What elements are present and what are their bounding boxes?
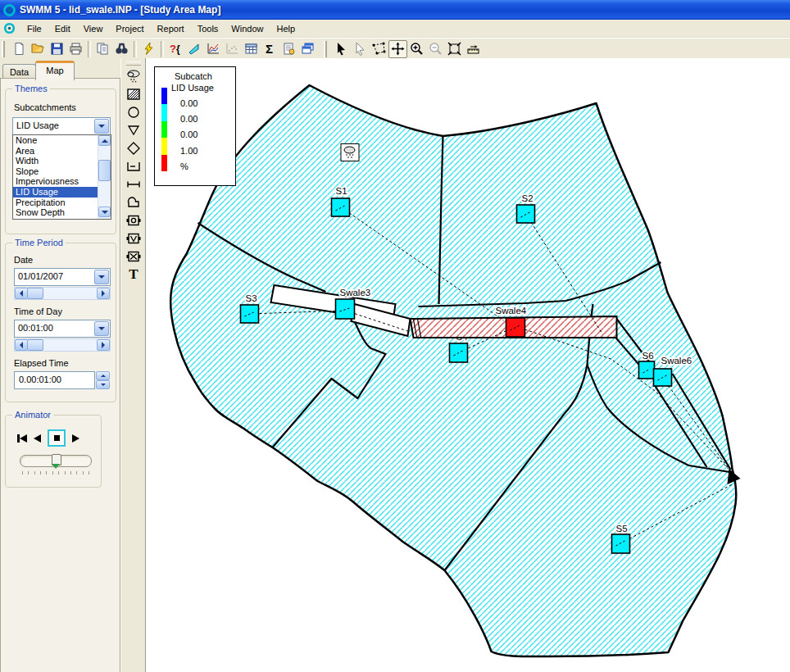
scroll-left-button[interactable]	[15, 339, 28, 351]
scroll-thumb[interactable]	[98, 160, 111, 181]
menu-project[interactable]: Project	[109, 22, 150, 35]
theme-options-list[interactable]: None Area Width Slope Imperviousness LID…	[12, 134, 111, 220]
list-item-selected[interactable]: LID Usage	[13, 187, 98, 198]
run-simulation-button[interactable]	[139, 40, 158, 58]
menu-view[interactable]: View	[77, 22, 110, 35]
arrange-windows-button[interactable]	[298, 40, 317, 58]
scroll-thumb[interactable]	[27, 288, 43, 299]
elapsed-time-spinner[interactable]	[96, 371, 109, 388]
label-tool[interactable]: T	[124, 266, 143, 284]
list-item[interactable]: Snow Depth	[13, 207, 98, 218]
statistics-button[interactable]: Σ	[261, 40, 279, 58]
orifice-icon	[125, 212, 142, 229]
scroll-right-button[interactable]	[97, 339, 110, 351]
subcatchment-s1[interactable]	[332, 198, 350, 216]
subcatchment-s6[interactable]	[639, 361, 655, 379]
map-legend[interactable]: Subcatch LID Usage 0.00 0.00 0.00 1.00 %	[154, 66, 236, 186]
time-scrollbar[interactable]	[14, 338, 111, 352]
subcatchment-theme-combo[interactable]: LID Usage	[12, 117, 111, 135]
stop-button[interactable]	[48, 429, 66, 447]
child-window-icon[interactable]	[3, 22, 16, 34]
new-file-button[interactable]	[10, 40, 29, 58]
conduit-tool[interactable]	[124, 175, 143, 193]
outlet-tool[interactable]	[124, 247, 143, 266]
menu-help[interactable]: Help	[270, 22, 302, 35]
scroll-down-button[interactable]	[98, 207, 111, 217]
select-region-tool[interactable]	[370, 40, 388, 58]
list-item[interactable]: Imperviousness	[13, 176, 98, 187]
time-period-caption: Time Period	[12, 238, 66, 247]
outfall-tool[interactable]	[124, 121, 143, 139]
scroll-left-button[interactable]	[15, 288, 28, 299]
query-icon: ?{	[169, 42, 183, 56]
copy-button[interactable]	[93, 40, 112, 58]
profile-plot-icon	[188, 42, 202, 56]
subcatchment-swale3[interactable]	[336, 299, 355, 319]
divider-tool[interactable]	[124, 139, 143, 157]
date-drop-button[interactable]	[94, 270, 109, 284]
slider-thumb[interactable]	[52, 454, 61, 465]
theme-combo-drop-button[interactable]	[94, 119, 109, 134]
zoom-out-tool[interactable]	[426, 40, 445, 58]
table-button[interactable]	[242, 40, 261, 58]
profile-plot-button[interactable]	[185, 40, 204, 58]
list-scrollbar[interactable]	[98, 135, 111, 219]
list-item[interactable]: Slope	[13, 166, 98, 177]
scatter-plot-button[interactable]	[223, 40, 242, 58]
time-series-plot-button[interactable]	[204, 40, 223, 58]
print-button[interactable]	[66, 40, 85, 58]
spin-down-button[interactable]	[96, 380, 110, 389]
toolbar-grip[interactable]	[126, 61, 141, 66]
options-button[interactable]	[279, 40, 298, 58]
menu-tools[interactable]: Tools	[191, 22, 225, 35]
chevron-left-icon	[20, 342, 23, 348]
menu-edit[interactable]: Edit	[48, 22, 77, 35]
time-drop-button[interactable]	[94, 321, 109, 336]
orifice-tool[interactable]	[124, 211, 143, 229]
pump-tool[interactable]	[124, 193, 143, 211]
storage-unit-tool[interactable]	[124, 157, 143, 175]
step-back-button[interactable]	[34, 431, 41, 446]
graph-icon	[207, 42, 220, 56]
lightning-icon	[142, 42, 156, 56]
open-file-button[interactable]	[29, 40, 48, 58]
measure-tool[interactable]	[464, 40, 483, 58]
scroll-right-button[interactable]	[97, 288, 110, 299]
scroll-up-button[interactable]	[98, 135, 111, 146]
elapsed-time-field[interactable]: 0.00:01:00	[14, 371, 95, 389]
play-forward-button[interactable]	[72, 431, 79, 446]
find-button[interactable]	[112, 40, 131, 58]
list-item[interactable]: Width	[13, 156, 98, 166]
animator-slider[interactable]	[20, 455, 92, 467]
subcatchment-tool[interactable]	[124, 85, 143, 103]
date-scrollbar[interactable]	[14, 287, 111, 300]
time-of-day-combo[interactable]: 00:01:00	[14, 320, 111, 338]
subcatchment-s5[interactable]	[612, 534, 630, 553]
menu-file[interactable]: File	[20, 22, 48, 35]
select-object-tool[interactable]	[332, 40, 351, 58]
study-area-map[interactable]: S4 S1 S2	[145, 58, 790, 672]
query-button[interactable]: ?{	[166, 40, 185, 58]
full-extent-tool[interactable]	[445, 40, 464, 58]
select-vertex-tool[interactable]	[351, 40, 370, 58]
menu-report[interactable]: Report	[151, 22, 191, 35]
weir-tool[interactable]	[124, 229, 143, 247]
toolbar-grip[interactable]	[2, 41, 7, 57]
rewind-button[interactable]	[17, 431, 27, 446]
tab-map[interactable]: Map	[35, 61, 75, 80]
menu-window[interactable]: Window	[225, 22, 270, 35]
rain-gage-tool[interactable]	[124, 67, 143, 85]
spin-up-button[interactable]	[96, 371, 110, 380]
date-combo[interactable]: 01/01/2007	[14, 268, 111, 286]
save-button[interactable]	[48, 40, 66, 58]
scroll-thumb[interactable]	[27, 339, 43, 351]
junction-tool[interactable]	[124, 103, 143, 121]
rain-gage-symbol[interactable]	[341, 144, 359, 161]
toolbar-grip[interactable]	[324, 41, 329, 57]
pan-tool[interactable]	[388, 40, 407, 58]
list-item[interactable]: Precipitation	[13, 198, 98, 208]
list-item[interactable]: None	[13, 135, 98, 146]
zoom-in-tool[interactable]	[407, 40, 426, 58]
list-item[interactable]: Area	[13, 146, 98, 157]
subcatchment-s2[interactable]	[517, 205, 535, 223]
